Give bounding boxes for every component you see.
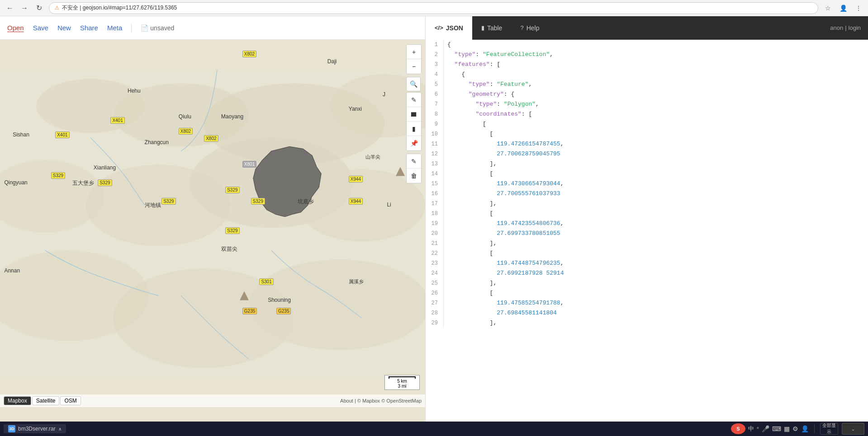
profile-icon[interactable]: 👤: [837, 2, 849, 14]
draw-polygon-button[interactable]: ⯀: [407, 107, 421, 122]
unsaved-label: unsaved: [150, 24, 174, 32]
map-type-buttons: Mapbox Satellite OSM: [4, 396, 81, 405]
help-tab[interactable]: ? Help: [511, 16, 548, 40]
mic-icon[interactable]: 🎤: [762, 425, 769, 432]
sogou-icon[interactable]: S: [731, 423, 745, 434]
search-button[interactable]: 🔍: [406, 77, 421, 91]
json-line-6: 6 "geometry": {: [426, 89, 868, 99]
zoom-controls: + −: [406, 44, 422, 74]
json-line-29: 29 ],: [426, 318, 868, 328]
chinese-icon[interactable]: 中: [748, 425, 754, 433]
json-line-16: 16 27.700555761037933: [426, 189, 868, 199]
json-line-28: 28 27.69845581141804: [426, 308, 868, 318]
new-link[interactable]: New: [57, 24, 71, 32]
back-button[interactable]: ←: [4, 2, 16, 14]
zoom-out-button[interactable]: −: [407, 59, 421, 74]
show-desktop-button[interactable]: 全部显示: [820, 423, 838, 435]
map-terrain-svg: [0, 40, 425, 407]
expand-taskbar-button[interactable]: ⌄: [842, 423, 864, 435]
json-line-1: 1 {: [426, 40, 868, 50]
header-divider: [131, 23, 132, 33]
map-attribution: About | © Mapbox © OpenStreetMap: [340, 398, 422, 403]
json-line-21: 21 ],: [426, 239, 868, 248]
map-section: Open Save New Share Meta 📄 unsaved: [0, 16, 425, 422]
grid-icon[interactable]: ▦: [784, 425, 790, 432]
json-tab[interactable]: </> JSON: [426, 16, 472, 40]
taskbar-file-label: bm3Dserver.rar: [18, 426, 56, 432]
browser-actions: ☆ 👤 ⋮: [822, 2, 864, 14]
table-tab-icon: ▮: [481, 24, 484, 31]
table-tab[interactable]: ▮ Table: [472, 16, 511, 40]
svg-point-11: [249, 260, 425, 350]
json-line-23: 23 119.47448754796235,: [426, 258, 868, 268]
help-tab-icon: ?: [520, 24, 523, 31]
draw-line-button[interactable]: ✎: [407, 93, 421, 107]
json-line-17: 17 ],: [426, 199, 868, 209]
json-line-12: 12 27.700628759045795: [426, 149, 868, 159]
taskbar-file-item[interactable]: 3D bm3Dserver.rar ∧: [4, 424, 66, 433]
map-toolbar: + − 🔍 ✎ ⯀ ▮ 📌 ✎ 🗑: [406, 44, 422, 185]
draw-rectangle-button[interactable]: ▮: [407, 122, 421, 136]
unsaved-badge: 📄 unsaved: [141, 24, 174, 32]
json-panel: </> JSON ▮ Table ? Help anon | login 1 {: [425, 16, 868, 422]
file-icon: 📄: [141, 24, 148, 32]
json-tab-icon: </>: [435, 24, 443, 31]
json-line-8: 8 "coordinates": [: [426, 109, 868, 119]
json-line-24: 24 27.6992187928 52914: [426, 268, 868, 278]
json-line-2: 2 "type": "FeatureCollection",: [426, 50, 868, 60]
help-tab-label: Help: [526, 24, 540, 32]
json-line-7: 7 "type": "Polygon",: [426, 99, 868, 109]
menu-icon[interactable]: ⋮: [853, 2, 864, 14]
settings-icon[interactable]: ⚙: [792, 425, 798, 432]
taskbar-file-icon: 3D: [8, 425, 15, 432]
json-line-19: 19 119.47423554806736,: [426, 219, 868, 229]
json-line-11: 11 119.47266154787455,: [426, 139, 868, 149]
table-tab-label: Table: [487, 24, 502, 32]
json-line-18: 18 [: [426, 209, 868, 219]
anon-label[interactable]: anon: [830, 24, 843, 31]
app-header: Open Save New Share Meta 📄 unsaved: [0, 16, 425, 40]
json-line-5: 5 "type": "Feature",: [426, 80, 868, 89]
browser-navigation: ← → ↻: [4, 2, 45, 14]
draw-marker-button[interactable]: 📌: [407, 136, 421, 150]
taskbar: 3D bm3Dserver.rar ∧ S 中 ° 🎤 ⌨ ▦ ⚙ 👤 全部显示…: [0, 422, 868, 436]
osm-type-button[interactable]: OSM: [60, 396, 81, 405]
meta-link[interactable]: Meta: [107, 24, 122, 32]
json-editor[interactable]: 1 { 2 "type": "FeatureCollection", 3 "fe…: [426, 40, 868, 422]
draw-controls: ✎ ⯀ ▮ 📌: [406, 92, 422, 151]
json-line-4: 4 {: [426, 70, 868, 80]
app-container: Open Save New Share Meta 📄 unsaved: [0, 16, 868, 422]
json-line-3: 3 "features": [: [426, 60, 868, 70]
keyboard-icon[interactable]: ⌨: [772, 425, 781, 432]
map-canvas[interactable]: Daji Hehu Yanxi Qiulu Maoyang Sishan Zha…: [0, 40, 425, 407]
header-navigation: Open Save New Share Meta 📄 unsaved: [7, 23, 174, 33]
mapbox-type-button[interactable]: Mapbox: [4, 396, 31, 405]
auth-separator: |: [845, 24, 846, 31]
browser-bar: ← → ↻ ⚠ 不安全 | geojson.io/#map=11/27.6276…: [0, 0, 868, 16]
json-line-14: 14 [: [426, 169, 868, 179]
json-line-13: 13 ],: [426, 159, 868, 169]
panel-header: </> JSON ▮ Table ? Help anon | login: [426, 16, 868, 40]
zoom-in-button[interactable]: +: [407, 45, 421, 59]
forward-button[interactable]: →: [18, 2, 31, 14]
panel-auth: anon | login: [823, 24, 868, 31]
login-link[interactable]: login: [849, 24, 861, 31]
json-tab-label: JSON: [446, 24, 463, 32]
address-bar[interactable]: ⚠ 不安全 | geojson.io/#map=11/27.6276/119.5…: [49, 2, 818, 14]
taskbar-right: S 中 ° 🎤 ⌨ ▦ ⚙ 👤 全部显示 ⌄: [731, 423, 864, 435]
satellite-type-button[interactable]: Satellite: [32, 396, 60, 405]
user-icon[interactable]: 👤: [801, 425, 809, 432]
delete-button[interactable]: 🗑: [407, 169, 421, 183]
edit-button[interactable]: ✎: [407, 154, 421, 169]
security-warning-icon: ⚠: [55, 5, 59, 11]
open-link[interactable]: Open: [7, 24, 24, 32]
json-line-22: 22 [: [426, 248, 868, 258]
map-footer: Mapbox Satellite OSM 5 km 3 mi About | ©…: [0, 394, 425, 407]
scale-5km: 5 km: [397, 379, 407, 384]
json-line-10: 10 [: [426, 129, 868, 139]
period-icon: °: [757, 426, 759, 432]
refresh-button[interactable]: ↻: [33, 2, 45, 14]
bookmark-icon[interactable]: ☆: [822, 2, 834, 14]
save-link[interactable]: Save: [33, 24, 48, 32]
share-link[interactable]: Share: [80, 24, 98, 32]
